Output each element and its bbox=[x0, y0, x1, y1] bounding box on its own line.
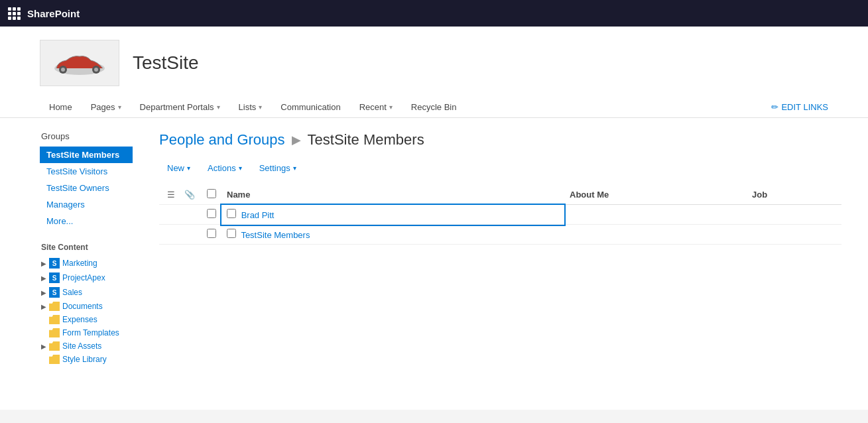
column-about-me: About Me bbox=[564, 185, 747, 205]
column-job: Job bbox=[747, 185, 841, 205]
row-checkbox-testsite[interactable] bbox=[207, 229, 216, 238]
nav-recent[interactable]: Recent ▾ bbox=[350, 97, 402, 117]
site-content-title: Site Content bbox=[40, 243, 133, 252]
inline-checkbox-brad[interactable] bbox=[227, 209, 236, 218]
sidebar-tree-expenses[interactable]: Expenses bbox=[40, 313, 133, 326]
waffle-icon bbox=[8, 7, 21, 20]
select-all-checkbox[interactable] bbox=[207, 189, 216, 198]
site-logo bbox=[40, 40, 119, 86]
column-name: Name bbox=[221, 185, 564, 205]
folder-icon bbox=[49, 302, 60, 311]
sidebar-item-testsite-visitors[interactable]: TestSite Visitors bbox=[40, 163, 133, 180]
sidebar-item-managers[interactable]: Managers bbox=[40, 196, 133, 213]
table-row: Brad Pitt bbox=[159, 205, 841, 225]
nav-department-portals[interactable]: Department Portals ▾ bbox=[131, 97, 229, 117]
folder-icon bbox=[49, 341, 60, 351]
svg-point-5 bbox=[94, 68, 98, 72]
toggle-icon: ▶ bbox=[41, 289, 46, 296]
nav-home[interactable]: Home bbox=[40, 97, 82, 117]
breadcrumb-people-groups[interactable]: People and Groups bbox=[159, 131, 285, 149]
sidebar-tree-sales[interactable]: ▶ S Sales bbox=[40, 285, 133, 300]
sidebar-item-more[interactable]: More... bbox=[40, 213, 133, 229]
sidebar: Groups TestSite Members TestSite Visitor… bbox=[0, 131, 133, 396]
actions-chevron-icon: ▾ bbox=[239, 164, 242, 172]
sidebar-tree-style-library[interactable]: Style Library bbox=[40, 353, 133, 366]
app-title: SharePoint bbox=[27, 8, 80, 19]
sidebar-tree-documents[interactable]: ▶ Documents bbox=[40, 300, 133, 313]
folder-icon bbox=[49, 315, 60, 324]
toggle-icon: ▶ bbox=[41, 303, 46, 310]
site-name[interactable]: TestSite bbox=[133, 52, 199, 74]
sidebar-tree-projectapex[interactable]: ▶ S ProjectApex bbox=[40, 271, 133, 285]
breadcrumb: People and Groups ▶ TestSite Members bbox=[159, 131, 841, 149]
user-link-testsite-members[interactable]: TestSite Members bbox=[241, 230, 310, 240]
site-identity: TestSite bbox=[40, 40, 828, 86]
user-link-brad-pitt[interactable]: Brad Pitt bbox=[241, 210, 275, 220]
folder-icon bbox=[49, 328, 60, 337]
breadcrumb-separator: ▶ bbox=[292, 133, 301, 147]
folder-icon bbox=[49, 355, 60, 364]
nav-recycle-bin[interactable]: Recycle Bin bbox=[402, 97, 466, 117]
lists-chevron-icon: ▾ bbox=[259, 103, 262, 111]
nav-communication[interactable]: Communication bbox=[271, 97, 349, 117]
cell-brad-about bbox=[564, 205, 747, 225]
sidebar-item-testsite-members[interactable]: TestSite Members bbox=[40, 147, 133, 163]
sharepoint-icon: S bbox=[49, 272, 60, 283]
main-content: Groups TestSite Members TestSite Visitor… bbox=[0, 118, 868, 410]
sidebar-tree-site-assets[interactable]: ▶ Site Assets bbox=[40, 339, 133, 353]
row-checkbox-brad[interactable] bbox=[207, 209, 216, 218]
toggle-icon: ▶ bbox=[41, 343, 46, 350]
cell-testsite-about bbox=[564, 225, 747, 245]
sidebar-item-testsite-owners[interactable]: TestSite Owners bbox=[40, 180, 133, 196]
table-row: TestSite Members bbox=[159, 225, 841, 245]
inline-checkbox-testsite[interactable] bbox=[227, 229, 236, 238]
toolbar: New ▾ Actions ▾ Settings ▾ bbox=[159, 159, 841, 177]
toggle-icon: ▶ bbox=[41, 260, 46, 267]
site-nav: Home Pages ▾ Department Portals ▾ Lists … bbox=[40, 97, 828, 117]
sidebar-tree-form-templates[interactable]: Form Templates bbox=[40, 326, 133, 339]
svg-point-4 bbox=[61, 68, 65, 72]
table-icon-menu[interactable]: ☰ bbox=[164, 188, 178, 202]
settings-button[interactable]: Settings ▾ bbox=[251, 159, 304, 177]
cell-brad-pitt-name: Brad Pitt bbox=[221, 205, 564, 225]
new-button[interactable]: New ▾ bbox=[159, 159, 198, 177]
edit-links-button[interactable]: ✏ EDIT LINKS bbox=[771, 97, 828, 117]
sidebar-group-title: Groups bbox=[40, 131, 133, 141]
nav-lists[interactable]: Lists ▾ bbox=[229, 97, 272, 117]
new-chevron-icon: ▾ bbox=[187, 164, 190, 172]
toggle-icon: ▶ bbox=[41, 274, 46, 282]
sidebar-tree-marketing[interactable]: ▶ S Marketing bbox=[40, 256, 133, 271]
sharepoint-icon: S bbox=[49, 258, 60, 269]
breadcrumb-current: TestSite Members bbox=[308, 131, 424, 149]
actions-button[interactable]: Actions ▾ bbox=[200, 159, 250, 177]
site-header: TestSite Home Pages ▾ Department Portals… bbox=[0, 27, 868, 118]
settings-chevron-icon: ▾ bbox=[293, 164, 296, 172]
cell-testsite-members-name: TestSite Members bbox=[221, 225, 564, 245]
waffle-button[interactable] bbox=[8, 7, 21, 20]
table-icon-paperclip: 📎 bbox=[183, 188, 196, 202]
sharepoint-icon: S bbox=[49, 287, 60, 298]
pages-chevron-icon: ▾ bbox=[118, 103, 121, 111]
people-table: ☰ 📎 Name About Me Job bbox=[159, 185, 841, 245]
nav-pages[interactable]: Pages ▾ bbox=[82, 97, 131, 117]
content-area: People and Groups ▶ TestSite Members New… bbox=[133, 131, 868, 396]
cell-brad-job bbox=[747, 205, 841, 225]
pencil-icon: ✏ bbox=[771, 102, 778, 112]
recent-chevron-icon: ▾ bbox=[389, 103, 393, 111]
dept-portals-chevron-icon: ▾ bbox=[217, 103, 220, 111]
cell-testsite-job bbox=[747, 225, 841, 245]
top-bar: SharePoint bbox=[0, 0, 868, 27]
